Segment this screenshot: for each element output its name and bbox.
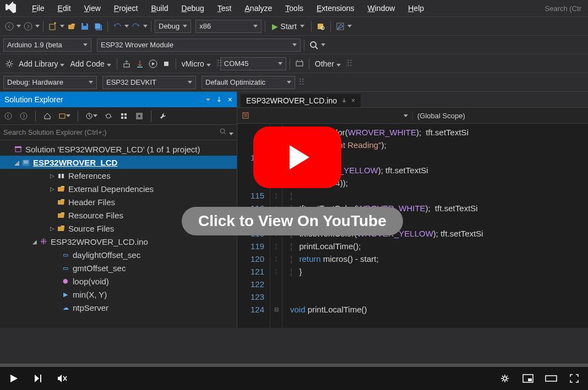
menu-view[interactable]: View — [78, 2, 107, 15]
platform-combo[interactable]: x86 — [195, 20, 262, 33]
project-node[interactable]: ◢ESP32WROVER_LCD — [0, 156, 237, 169]
svg-rect-29 — [62, 174, 64, 178]
open-icon[interactable] — [66, 20, 78, 33]
svg-rect-12 — [164, 62, 168, 66]
menu-project[interactable]: Project — [107, 2, 145, 15]
scope-dropdown[interactable]: (Global Scope) — [412, 112, 588, 120]
quick-search-input[interactable]: Search (Ctr — [542, 3, 585, 14]
collapse-icon[interactable] — [133, 109, 145, 123]
svg-rect-19 — [124, 113, 127, 116]
svg-point-1 — [24, 23, 32, 30]
file-scope-dropdown[interactable] — [237, 112, 412, 119]
vmicro-menu[interactable]: vMicro — [179, 59, 213, 68]
solution-search-input[interactable]: Search Solution Explorer (Ctrl+;) — [0, 125, 237, 140]
menu-tools[interactable]: Tools — [279, 2, 310, 15]
browser-icon[interactable] — [334, 20, 346, 33]
serial-monitor-icon[interactable] — [293, 57, 306, 70]
tree-node[interactable]: ▷References — [0, 169, 237, 182]
menu-file[interactable]: File — [25, 2, 51, 15]
svg-rect-9 — [124, 64, 129, 67]
undo-icon[interactable] — [111, 20, 123, 33]
pending-changes-icon[interactable] — [84, 109, 99, 123]
other-menu[interactable]: Other — [313, 59, 343, 68]
nav-back-icon[interactable] — [3, 20, 15, 33]
optimization-combo[interactable]: Default Optimizatic — [202, 76, 295, 89]
close-icon[interactable]: × — [228, 95, 232, 104]
port-combo[interactable]: COM45 — [220, 57, 286, 70]
panel-title[interactable]: Solution Explorer × — [0, 92, 237, 107]
menu-edit[interactable]: Edit — [51, 2, 78, 15]
save-all-icon[interactable] — [92, 20, 104, 33]
menu-test[interactable]: Test — [211, 2, 238, 15]
menu-help[interactable]: Help — [401, 2, 431, 15]
gear-icon[interactable] — [3, 57, 15, 70]
nav-back-icon[interactable] — [2, 109, 14, 123]
find-in-files-icon[interactable] — [315, 20, 327, 33]
devkit-combo[interactable]: ESP32 DEVKIT — [102, 76, 196, 89]
mute-icon[interactable] — [56, 372, 68, 384]
svg-rect-13 — [296, 62, 303, 66]
vs-logo-icon — [3, 1, 18, 15]
youtube-cta-button[interactable]: Click to View On YouTube — [182, 207, 403, 235]
ino-file-node[interactable]: ◢⁜ESP32WROVER_LCD.ino — [0, 235, 237, 248]
panel-menu-caret[interactable] — [206, 98, 210, 101]
toolbar-standard: Debug x86 ▶Start — [0, 17, 588, 35]
svg-rect-23 — [138, 114, 141, 118]
member-node[interactable]: ▶min(X, Y) — [0, 288, 237, 301]
config-combo[interactable]: Debug — [155, 20, 191, 33]
play-icon[interactable] — [8, 372, 20, 384]
build-upload-icon[interactable] — [134, 57, 146, 70]
miniplayer-icon[interactable] — [522, 372, 534, 384]
start-debug-button[interactable]: ▶Start — [269, 22, 308, 31]
settings-icon[interactable] — [499, 372, 511, 384]
debug-hw-combo[interactable]: Debug: Hardware — [3, 76, 97, 89]
member-node[interactable]: ⬢loop(void) — [0, 274, 237, 288]
board-module-combo[interactable]: ESP32 Wrover Module — [97, 39, 301, 52]
nav-fwd-icon[interactable] — [22, 20, 34, 33]
member-node[interactable]: ☁ntpServer — [0, 301, 237, 314]
upload-icon[interactable] — [121, 57, 133, 70]
scope-bar: (Global Scope) — [237, 107, 588, 124]
menu-analyze[interactable]: Analyze — [238, 2, 279, 15]
add-library-button[interactable]: Add Library — [17, 59, 67, 68]
video-player-bar — [0, 364, 588, 390]
sync-icon[interactable] — [102, 109, 115, 123]
svg-rect-21 — [124, 117, 127, 119]
tree-node[interactable]: ▷External Dependencies — [0, 182, 237, 195]
solution-root[interactable]: Solution 'ESP32WROVER_LCD' (1 of 1 proje… — [0, 142, 237, 156]
show-all-icon[interactable] — [118, 109, 130, 123]
editor-tabs: ESP32WROVER_LCD.ino × — [237, 92, 588, 107]
new-project-icon[interactable] — [47, 20, 59, 33]
arduino-ver-combo[interactable]: Arduino 1.9 (beta — [3, 39, 91, 52]
nav-fwd-icon[interactable] — [18, 109, 30, 123]
menu-window[interactable]: Window — [361, 2, 402, 15]
wrench-icon[interactable] — [157, 109, 169, 123]
youtube-play-overlay[interactable] — [253, 127, 341, 188]
menu-bar: FileEditViewProjectBuildDebugTestAnalyze… — [0, 0, 588, 17]
next-icon[interactable] — [32, 372, 44, 384]
svg-rect-10 — [137, 67, 143, 68]
pin-icon[interactable] — [341, 98, 347, 103]
pin-icon[interactable] — [216, 96, 222, 103]
fullscreen-icon[interactable] — [568, 372, 580, 384]
theater-icon[interactable] — [545, 372, 557, 384]
member-node[interactable]: ▭daylightOffset_sec — [0, 248, 237, 261]
menu-build[interactable]: Build — [144, 2, 175, 15]
youtube-play-icon[interactable] — [253, 127, 341, 188]
redo-icon[interactable] — [130, 20, 142, 33]
stop-icon[interactable] — [160, 57, 172, 70]
save-icon[interactable] — [79, 20, 91, 33]
home-icon[interactable] — [41, 109, 53, 123]
editor-tab[interactable]: ESP32WROVER_LCD.ino × — [241, 94, 361, 107]
menu-debug[interactable]: Debug — [175, 2, 211, 15]
menu-extensions[interactable]: Extensions — [310, 2, 361, 15]
add-code-button[interactable]: Add Code — [68, 59, 113, 68]
solution-combo-icon[interactable] — [57, 109, 72, 123]
svg-point-8 — [8, 62, 11, 65]
member-node[interactable]: ▭gmtOffset_sec — [0, 261, 237, 274]
svg-rect-26 — [15, 146, 21, 148]
close-icon[interactable]: × — [351, 97, 355, 105]
debug-start-icon[interactable] — [147, 57, 159, 70]
search-icon[interactable] — [308, 39, 320, 52]
toolbar-arduino-board: Arduino 1.9 (beta ESP32 Wrover Module — [0, 35, 588, 54]
